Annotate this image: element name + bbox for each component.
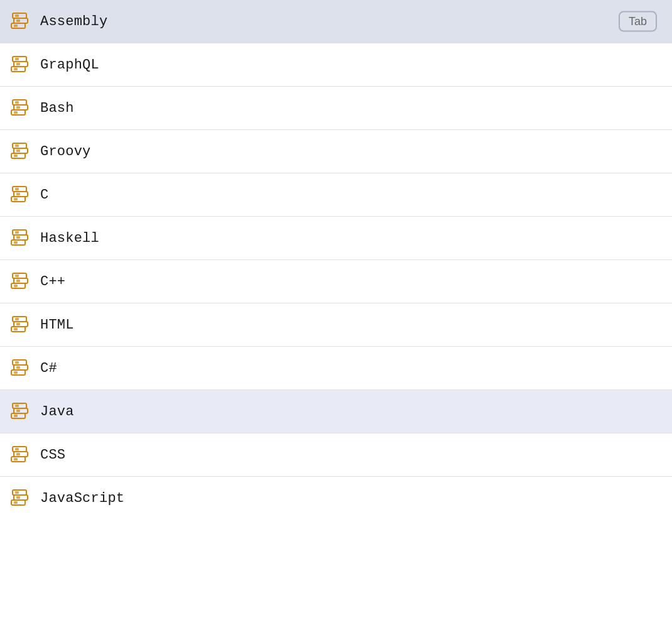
svg-rect-10	[13, 57, 26, 62]
list-item-bash[interactable]: Bash	[0, 87, 672, 129]
language-icon-css	[10, 446, 30, 464]
svg-rect-45	[16, 323, 20, 325]
svg-rect-44	[14, 322, 28, 327]
language-icon-csharp	[10, 359, 30, 377]
svg-rect-70	[13, 490, 26, 495]
svg-rect-52	[13, 360, 26, 365]
svg-rect-2	[14, 18, 28, 23]
language-label-csharp: C#	[40, 361, 57, 376]
tab-badge: Tab	[619, 11, 657, 32]
language-icon-graphql	[10, 56, 30, 73]
language-label-javascript: JavaScript	[40, 491, 124, 506]
language-label-css: CSS	[40, 447, 65, 463]
svg-rect-35	[15, 231, 19, 234]
svg-rect-49	[14, 371, 18, 374]
svg-rect-19	[14, 155, 18, 157]
svg-rect-11	[15, 58, 19, 60]
svg-rect-40	[13, 273, 26, 278]
svg-rect-20	[14, 148, 28, 153]
svg-rect-43	[14, 328, 18, 330]
svg-rect-17	[15, 101, 19, 104]
svg-rect-59	[15, 405, 19, 407]
list-item-java[interactable]: Java	[0, 390, 672, 433]
language-label-cpp: C++	[40, 274, 65, 290]
svg-rect-22	[13, 143, 26, 148]
language-icon-groovy	[10, 143, 30, 160]
list-item-c[interactable]: C	[0, 173, 672, 216]
language-label-groovy: Groovy	[40, 144, 91, 160]
svg-rect-15	[16, 106, 20, 109]
svg-rect-54	[11, 413, 25, 418]
svg-rect-71	[15, 491, 19, 494]
svg-rect-7	[14, 68, 18, 70]
svg-rect-25	[14, 198, 18, 200]
svg-rect-53	[15, 361, 19, 364]
svg-rect-29	[15, 188, 19, 190]
svg-rect-33	[16, 236, 20, 239]
svg-rect-62	[14, 452, 28, 457]
list-item-groovy[interactable]: Groovy	[0, 130, 672, 173]
language-label-java: Java	[40, 404, 74, 420]
svg-rect-0	[11, 23, 25, 28]
svg-rect-55	[14, 415, 18, 417]
language-icon-bash	[10, 99, 30, 117]
svg-rect-18	[11, 153, 25, 158]
svg-rect-14	[14, 105, 28, 110]
svg-rect-4	[13, 13, 26, 18]
svg-rect-46	[13, 317, 26, 322]
svg-rect-41	[15, 275, 19, 277]
language-label-graphql: GraphQL	[40, 57, 99, 73]
svg-rect-28	[13, 187, 26, 192]
list-item-csharp[interactable]: C#	[0, 347, 672, 389]
language-label-html: HTML	[40, 317, 74, 333]
svg-rect-50	[14, 365, 28, 370]
svg-rect-6	[11, 67, 25, 72]
svg-rect-47	[15, 318, 19, 320]
svg-rect-38	[14, 278, 28, 283]
svg-rect-23	[15, 144, 19, 147]
svg-rect-51	[16, 366, 20, 369]
svg-rect-8	[14, 62, 28, 67]
svg-rect-65	[15, 448, 19, 450]
language-icon-haskell	[10, 229, 30, 247]
svg-rect-32	[14, 235, 28, 240]
svg-rect-30	[11, 240, 25, 245]
language-icon-cpp	[10, 273, 30, 290]
language-icon-assembly	[10, 13, 30, 30]
svg-rect-68	[14, 495, 28, 500]
main-container: AssemblyTab GraphQL	[0, 0, 672, 642]
list-item-cpp[interactable]: C++	[0, 260, 672, 303]
svg-rect-27	[16, 193, 20, 195]
list-item-haskell[interactable]: Haskell	[0, 217, 672, 259]
svg-rect-24	[11, 197, 25, 202]
svg-rect-48	[11, 370, 25, 375]
svg-rect-26	[14, 192, 28, 197]
list-item-css[interactable]: CSS	[0, 433, 672, 476]
language-label-haskell: Haskell	[40, 231, 99, 246]
svg-rect-16	[13, 100, 26, 105]
svg-rect-58	[13, 403, 26, 408]
language-icon-html	[10, 316, 30, 334]
language-label-c: C	[40, 187, 48, 203]
list-item-html[interactable]: HTML	[0, 303, 672, 346]
svg-rect-42	[11, 327, 25, 332]
language-label-assembly: Assembly	[40, 14, 107, 30]
svg-rect-31	[14, 241, 18, 244]
language-label-bash: Bash	[40, 101, 74, 116]
language-list[interactable]: AssemblyTab GraphQL	[0, 0, 672, 642]
svg-rect-69	[16, 496, 20, 499]
list-item-graphql[interactable]: GraphQL	[0, 43, 672, 86]
language-icon-c	[10, 186, 30, 204]
svg-rect-1	[14, 24, 18, 27]
list-item-javascript[interactable]: JavaScript	[0, 477, 672, 520]
svg-rect-37	[14, 285, 18, 287]
svg-rect-66	[11, 500, 25, 505]
svg-rect-5	[15, 14, 19, 17]
svg-rect-34	[13, 230, 26, 235]
list-item-assembly[interactable]: AssemblyTab	[0, 0, 672, 43]
language-icon-javascript	[10, 489, 30, 507]
svg-rect-57	[16, 410, 20, 412]
svg-rect-13	[14, 111, 18, 114]
svg-rect-36	[11, 283, 25, 288]
svg-rect-64	[13, 447, 26, 452]
